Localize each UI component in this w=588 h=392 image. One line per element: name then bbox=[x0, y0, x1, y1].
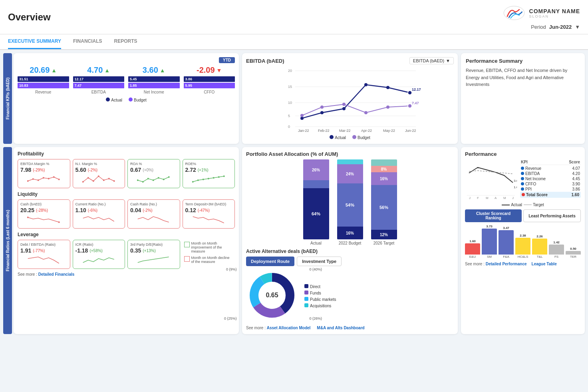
profitability-grid: EBITDA Margin % 7.98 (-29%) bbox=[18, 159, 235, 188]
svg-text:Jun-22: Jun-22 bbox=[405, 129, 416, 133]
ratio-roa: ROA % 0.67 (+0%) bbox=[127, 159, 180, 188]
ytd-badge-wrapper: YTD bbox=[18, 57, 235, 63]
ratios-card: Profitability EBITDA Margin % 7.98 (-29%… bbox=[14, 147, 239, 334]
svg-point-59 bbox=[27, 217, 29, 218]
svg-text:M: M bbox=[486, 196, 489, 199]
svg-point-17 bbox=[300, 114, 304, 117]
kpi-card: YTD 20.69 ▲ 31.51 10.83 Revenue bbox=[14, 53, 239, 144]
svg-point-16 bbox=[408, 91, 412, 95]
bar-hcls: 2.38 HC&LS bbox=[515, 234, 530, 259]
tab-reports[interactable]: REPORTS bbox=[114, 34, 137, 49]
svg-point-20 bbox=[364, 111, 368, 114]
portfolio-bar-target: 12% 56% 16% 8% 2026 Target bbox=[371, 159, 397, 245]
svg-point-60 bbox=[58, 221, 60, 223]
kpi-score-table: KPIScore Revenue4.07 EBITDA4.20 Net Inco… bbox=[520, 159, 581, 199]
svg-point-43 bbox=[108, 178, 109, 179]
tab-financials[interactable]: FINANCIALS bbox=[73, 34, 102, 49]
ratio-cash-ratio: Cash Ratio (No.) 0.04 (-2%) bbox=[127, 199, 180, 229]
league-table-link[interactable]: League Table bbox=[532, 262, 557, 266]
svg-point-19 bbox=[342, 103, 346, 106]
bar-ter: 0.50 TER bbox=[566, 247, 581, 259]
see-more-portfolio: See more : Asset Allocation Model M&A an… bbox=[246, 326, 454, 330]
ratio-roe: ROE% 2.72 (+1%) bbox=[183, 159, 235, 188]
score-tabs: Cluster Scorecard Ranking Least Performi… bbox=[465, 209, 581, 222]
investment-type-tab[interactable]: Investment Type bbox=[297, 257, 342, 266]
svg-text:F: F bbox=[477, 196, 479, 199]
cluster-scorecard-tab[interactable]: Cluster Scorecard Ranking bbox=[465, 209, 522, 222]
bar-fa: 3.47 F&A bbox=[499, 226, 514, 259]
sparkline-debt-ebitda bbox=[20, 254, 68, 265]
performance-bars: 1.60 E&U 3.73 SM 3.47 F&A bbox=[465, 225, 581, 259]
svg-point-11 bbox=[300, 117, 304, 120]
kpi-ebitda-arrow: ▲ bbox=[104, 67, 110, 74]
period-selector: Period Jun-2022 ▼ bbox=[531, 24, 580, 30]
ebitda-select[interactable]: EBITDA (bAED) ▼ bbox=[409, 57, 454, 64]
svg-point-15 bbox=[386, 86, 389, 89]
kpi-revenue: 20.69 ▲ 31.51 10.83 Revenue bbox=[18, 66, 69, 94]
financial-ratios-label: Financial Ratios (Last 6 months) bbox=[3, 147, 12, 334]
svg-point-55 bbox=[207, 178, 209, 179]
sparkline-cash-ratio bbox=[130, 213, 177, 225]
bar-actual: 31.51 bbox=[18, 76, 69, 82]
nav-tabs: EXECUTIVE SUMMARY FINANCIALS REPORTS bbox=[0, 34, 588, 50]
performance-line-chart: J F M A M J 3.00 1.60 bbox=[465, 159, 517, 199]
svg-point-33 bbox=[38, 179, 39, 181]
performance-chart-area: J F M A M J 3.00 1.60 KPIScore Reve bbox=[465, 159, 581, 199]
bar-tl: 2.26 T&L bbox=[532, 235, 547, 259]
kpi-revenue-value: 20.69 bbox=[30, 66, 50, 75]
tab-executive-summary[interactable]: EXECUTIVE SUMMARY bbox=[8, 34, 61, 49]
svg-point-34 bbox=[43, 177, 44, 179]
svg-text:Jan-22: Jan-22 bbox=[298, 129, 309, 133]
asset-allocation-link[interactable]: Asset Allocation Model bbox=[267, 326, 311, 330]
bar-sm: 3.73 SM bbox=[482, 225, 497, 259]
svg-point-47 bbox=[147, 178, 149, 179]
svg-text:1.60: 1.60 bbox=[514, 185, 517, 189]
detailed-performance-link[interactable]: Detailed Performance bbox=[486, 262, 527, 266]
sparkline-term-deposit bbox=[185, 213, 232, 225]
kpi-revenue-bars: 31.51 10.83 bbox=[18, 76, 69, 88]
ratio-icr: ICR (Ratio) -1.18 (+58%) bbox=[73, 240, 125, 269]
kpi-ebitda: 4.70 ▲ 12.17 7.47 EBITDA bbox=[73, 66, 125, 94]
period-label: Period bbox=[531, 24, 546, 30]
svg-point-14 bbox=[364, 83, 368, 86]
svg-point-51 bbox=[168, 176, 170, 178]
see-more-performance: See more : Detailed Performance League T… bbox=[465, 262, 581, 266]
kpi-netincome-arrow: ▲ bbox=[160, 67, 165, 74]
svg-point-18 bbox=[320, 105, 324, 109]
svg-point-48 bbox=[153, 179, 154, 181]
svg-point-41 bbox=[97, 175, 99, 177]
company-logo-icon bbox=[502, 4, 526, 22]
ebitda-card: EBITDA (bAED) EBITDA (bAED) ▼ 20 15 10 5… bbox=[242, 53, 458, 144]
svg-text:20: 20 bbox=[288, 69, 292, 73]
svg-point-35 bbox=[48, 178, 50, 179]
logo-area: COMPANY NAME SLOGAN bbox=[502, 4, 580, 22]
detailed-financials-link[interactable]: Detailed Financials bbox=[38, 272, 75, 277]
svg-text:May-22: May-22 bbox=[383, 129, 395, 133]
ytd-badge: YTD bbox=[219, 57, 235, 63]
company-slogan: SLOGAN bbox=[529, 14, 580, 18]
kpi-netincome-bar2: 1.85 bbox=[128, 83, 180, 88]
svg-text:12.17: 12.17 bbox=[412, 88, 421, 92]
least-performing-tab[interactable]: Least Performing Assets bbox=[523, 209, 581, 222]
ratio-ni-margin: N.I. Margin % 5.60 (-2%) bbox=[73, 159, 125, 188]
portfolio-bar-actual: 64% 26% Actual bbox=[303, 159, 329, 245]
bar-fs: 1.42 FS bbox=[549, 241, 564, 259]
svg-point-54 bbox=[202, 179, 204, 180]
deployment-route-tab[interactable]: Deployment Route bbox=[246, 257, 294, 266]
leverage-title: Leverage bbox=[18, 232, 235, 237]
kpi-ebitda-bar1: 12.17 bbox=[73, 76, 125, 82]
svg-point-44 bbox=[113, 180, 115, 182]
deals-tabs: Deployment Route Investment Type bbox=[246, 257, 454, 266]
ratio-3rd-party: 3rd Party D/E(Ratio) 0.35 (+13%) bbox=[127, 240, 180, 269]
svg-text:J: J bbox=[512, 196, 514, 199]
svg-text:Apr-22: Apr-22 bbox=[361, 129, 372, 133]
kpi-cffo-bar2: 5.95 bbox=[184, 83, 235, 88]
svg-text:10: 10 bbox=[288, 101, 292, 105]
mna-alts-link[interactable]: M&A and Alts Dashboard bbox=[317, 326, 364, 330]
kpi-netincome: 3.60 ▲ 5.45 1.85 Net Income bbox=[128, 66, 180, 94]
kpi-cffo-label: CFFO bbox=[184, 90, 235, 94]
liquidity-title: Liquidity bbox=[18, 191, 235, 197]
svg-point-40 bbox=[92, 180, 94, 182]
kpi-cffo-bar1: 3.86 bbox=[184, 76, 235, 82]
period-dropdown-icon[interactable]: ▼ bbox=[575, 24, 580, 30]
